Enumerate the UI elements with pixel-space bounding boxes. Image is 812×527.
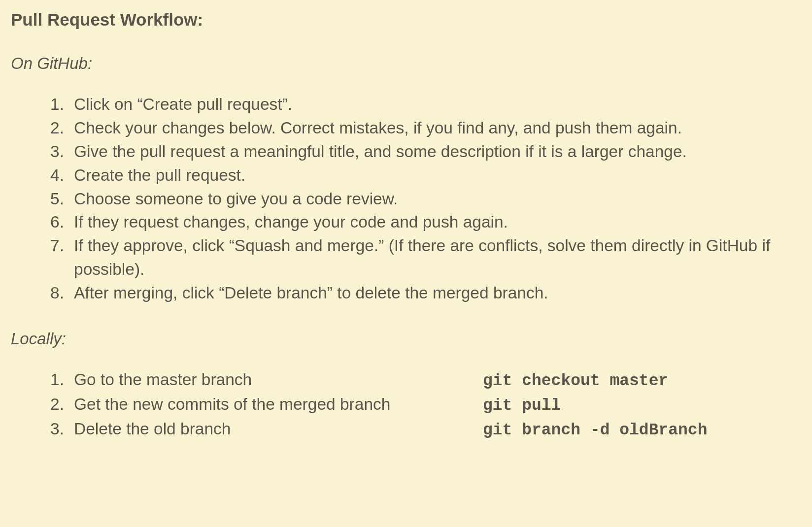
step-text: Delete the old branch [74,417,483,441]
list-item: Click on “Create pull request”. [45,93,802,116]
list-item: Delete the old branch git branch -d oldB… [45,417,802,442]
document-title: Pull Request Workflow: [11,10,802,30]
command-text: git branch -d oldBranch [483,419,707,442]
list-item: After merging, click “Delete branch” to … [45,281,802,305]
list-item: Give the pull request a meaningful title… [45,140,802,164]
list-item: Get the new commits of the merged branch… [45,393,802,417]
command-text: git checkout master [483,369,668,393]
list-item: If they request changes, change your cod… [45,210,802,234]
github-steps-list: Click on “Create pull request”. Check yo… [45,93,802,305]
locally-steps-list: Go to the master branch git checkout mas… [45,368,802,442]
step-text: Go to the master branch [74,368,483,392]
list-item: Go to the master branch git checkout mas… [45,368,802,393]
list-item: If they approve, click “Squash and merge… [45,234,802,281]
section-heading-github: On GitHub: [11,54,802,73]
step-text: Get the new commits of the merged branch [74,393,483,416]
list-item: Create the pull request. [45,164,802,187]
command-text: git pull [483,394,561,417]
list-item: Choose someone to give you a code review… [45,187,802,211]
section-heading-locally: Locally: [11,329,802,348]
list-item: Check your changes below. Correct mistak… [45,116,802,140]
